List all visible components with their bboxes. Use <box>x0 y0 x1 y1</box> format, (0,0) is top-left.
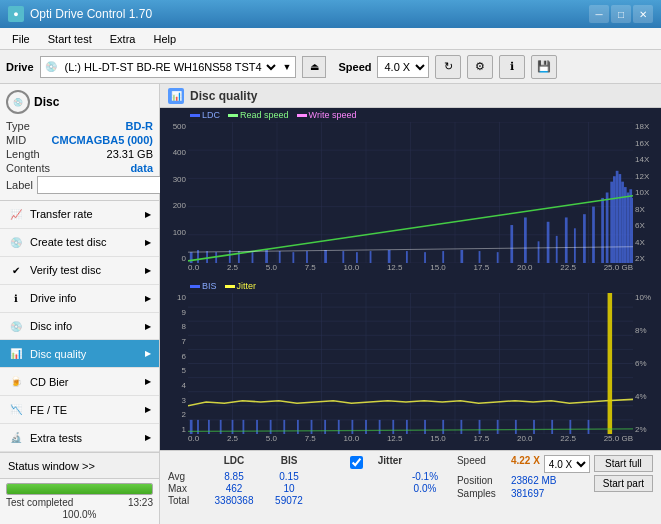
length-label: Length <box>6 148 40 160</box>
svg-rect-47 <box>601 198 604 263</box>
drive-selector[interactable]: 💿 (L:) HL-DT-ST BD-RE WH16NS58 TST4 ▼ <box>40 56 297 78</box>
menu-start-test[interactable]: Start test <box>40 31 100 47</box>
svg-rect-33 <box>424 252 426 263</box>
status-window-label: Status window >> <box>8 460 95 472</box>
progress-bar-fill <box>7 484 152 494</box>
settings-button[interactable]: ⚙ <box>467 55 493 79</box>
status-text: Test completed <box>6 497 73 508</box>
nav-verify-test-disc[interactable]: ✔ Verify test disc ▶ <box>0 257 159 285</box>
menu-help[interactable]: Help <box>145 31 184 47</box>
close-button[interactable]: ✕ <box>633 5 653 23</box>
minimize-button[interactable]: ─ <box>589 5 609 23</box>
nav-fe-te[interactable]: 📉 FE / TE ▶ <box>0 396 159 424</box>
menu-extra[interactable]: Extra <box>102 31 144 47</box>
start-buttons: Start full Start part <box>594 455 653 492</box>
samples-value: 381697 <box>511 488 544 499</box>
progress-area: Test completed 13:23 100.0% <box>0 479 159 524</box>
drive-select-dropdown[interactable]: (L:) HL-DT-ST BD-RE WH16NS58 TST4 <box>61 60 279 74</box>
content-panel: 📊 Disc quality LDC Read speed <box>160 84 661 524</box>
bottom-chart: BIS Jitter 10987654321 10%8%6%4%2% <box>160 279 661 450</box>
svg-rect-97 <box>424 420 426 434</box>
status-window-button[interactable]: Status window >> <box>0 453 159 479</box>
eject-button[interactable]: ⏏ <box>302 56 326 78</box>
menu-file[interactable]: File <box>4 31 38 47</box>
legend-ldc: LDC <box>190 110 220 120</box>
disc-contents-row: Contents data <box>6 162 153 174</box>
label-label: Label <box>6 179 33 191</box>
mid-value: CMCMAGBA5 (000) <box>52 134 153 146</box>
svg-rect-50 <box>613 176 616 263</box>
svg-rect-43 <box>565 217 568 263</box>
speed-select[interactable]: 4.0 X <box>544 455 590 473</box>
svg-rect-42 <box>556 236 558 263</box>
avg-jitter: -0.1% <box>400 471 450 482</box>
total-ldc: 3380368 <box>204 495 264 506</box>
contents-label: Contents <box>6 162 50 174</box>
samples-row: Samples 381697 <box>457 488 590 499</box>
svg-rect-94 <box>379 420 381 434</box>
bottom-chart-y-right: 10%8%6%4%2% <box>633 293 661 434</box>
top-chart-svg <box>188 122 633 263</box>
svg-rect-99 <box>460 420 462 434</box>
svg-rect-85 <box>256 420 258 434</box>
label-input[interactable] <box>37 176 170 194</box>
info-button[interactable]: ℹ <box>499 55 525 79</box>
svg-rect-34 <box>442 251 444 263</box>
svg-rect-83 <box>232 420 234 434</box>
start-part-button[interactable]: Start part <box>594 475 653 492</box>
jitter-checkbox[interactable] <box>350 456 363 469</box>
nav-drive-info[interactable]: ℹ Drive info ▶ <box>0 285 159 313</box>
nav-drive-info-label: Drive info <box>30 292 76 304</box>
maximize-button[interactable]: □ <box>611 5 631 23</box>
start-full-button[interactable]: Start full <box>594 455 653 472</box>
svg-rect-32 <box>406 251 408 263</box>
svg-rect-45 <box>583 214 586 263</box>
nav-transfer-rate[interactable]: 📈 Transfer rate ▶ <box>0 201 159 229</box>
nav-extra-tests[interactable]: 🔬 Extra tests ▶ <box>0 424 159 452</box>
jitter-header: Jitter <box>365 455 415 469</box>
nav-create-test-disc[interactable]: 💿 Create test disc ▶ <box>0 229 159 257</box>
svg-rect-35 <box>460 250 463 263</box>
svg-rect-22 <box>252 252 254 263</box>
position-lbl: Position <box>457 475 507 486</box>
svg-rect-57 <box>631 198 633 263</box>
speed-row: Speed 4.22 X 4.0 X <box>457 455 590 473</box>
nav-verify-test-disc-label: Verify test disc <box>30 264 101 276</box>
speed-lbl: Speed <box>457 455 507 473</box>
nav-arrow-3: ▶ <box>145 266 151 275</box>
svg-rect-101 <box>497 420 499 434</box>
nav-cd-bier[interactable]: 🍺 CD Bier ▶ <box>0 368 159 396</box>
disc-section-title: Disc <box>34 95 59 109</box>
speed-dropdown[interactable]: 4.0 X <box>377 56 429 78</box>
fe-te-icon: 📉 <box>8 402 24 418</box>
top-chart-y-right: 18X16X14X12X10X8X6X4X2X <box>633 122 661 263</box>
total-label: Total <box>168 495 204 506</box>
legend-jitter: Jitter <box>225 281 257 291</box>
speed-position-info: Speed 4.22 X 4.0 X Position 23862 MB Sam… <box>457 455 590 499</box>
nav-arrow-7: ▶ <box>145 377 151 386</box>
svg-rect-103 <box>533 420 535 434</box>
max-row: Max 462 10 0.0% <box>168 483 453 494</box>
cd-bier-icon: 🍺 <box>8 374 24 390</box>
svg-rect-52 <box>618 174 621 263</box>
svg-rect-87 <box>283 420 285 434</box>
save-button[interactable]: 💾 <box>531 55 557 79</box>
bottom-chart-x-labels: 0.02.55.07.510.012.515.017.520.022.525.0… <box>188 434 633 450</box>
legend-bis: BIS <box>190 281 217 291</box>
nav-disc-quality[interactable]: 📊 Disc quality ▶ <box>0 340 159 368</box>
nav-arrow-6: ▶ <box>145 349 151 358</box>
transfer-rate-icon: 📈 <box>8 206 24 222</box>
progress-text: Test completed 13:23 <box>6 497 153 508</box>
svg-rect-107 <box>608 293 613 434</box>
svg-rect-36 <box>479 251 481 263</box>
refresh-button[interactable]: ↻ <box>435 55 461 79</box>
svg-rect-48 <box>606 193 609 264</box>
contents-value: data <box>130 162 153 174</box>
svg-rect-102 <box>515 420 517 434</box>
svg-rect-23 <box>265 250 268 263</box>
nav-disc-info[interactable]: 💿 Disc info ▶ <box>0 313 159 341</box>
svg-rect-104 <box>551 420 553 434</box>
position-value: 23862 MB <box>511 475 557 486</box>
bottom-chart-legend: BIS Jitter <box>190 281 256 291</box>
timestamp: 13:23 <box>128 497 153 508</box>
